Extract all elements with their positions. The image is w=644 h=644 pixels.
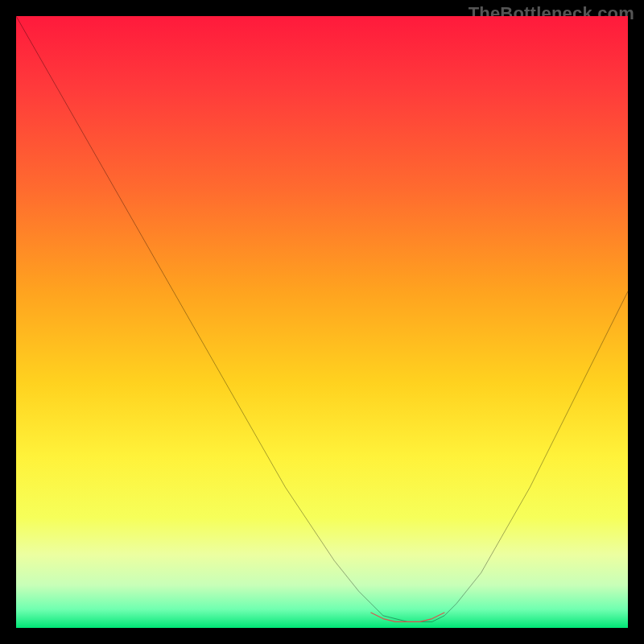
gradient-background bbox=[16, 16, 628, 628]
chart-frame: TheBottleneck.com bbox=[0, 0, 644, 644]
bottleneck-chart bbox=[16, 16, 628, 628]
